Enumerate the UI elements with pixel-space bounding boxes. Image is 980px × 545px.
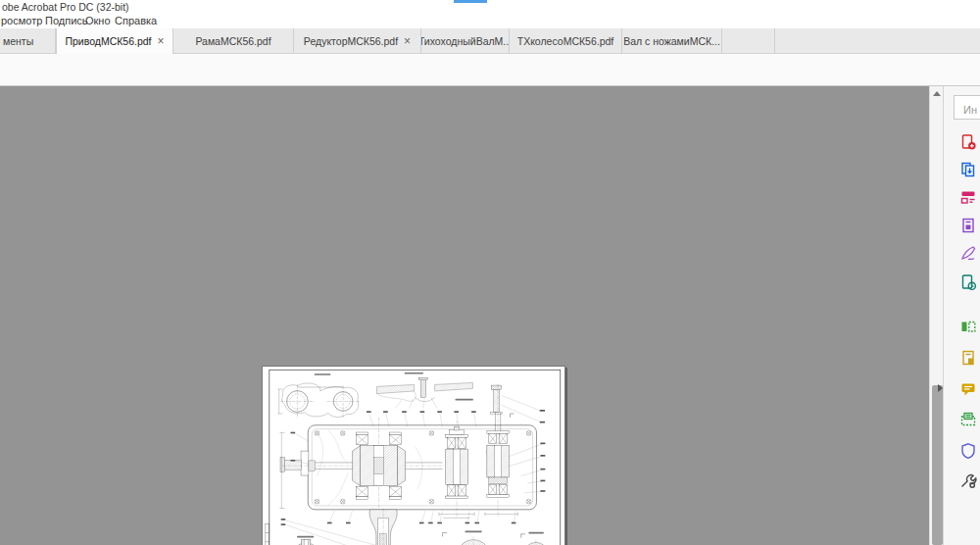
tab-val-s-nozhami[interactable]: Вал с ножамиМСК...: [622, 28, 722, 54]
tab-rama[interactable]: РамаМСК56.pdf: [173, 28, 294, 54]
tab-privod[interactable]: ПриводМСК56.pdf×: [56, 28, 173, 54]
convert-pdf-tool[interactable]: [959, 273, 977, 291]
top-blue-strip: [454, 0, 487, 3]
combine-files-tool[interactable]: [959, 161, 977, 178]
more-tools[interactable]: [959, 471, 977, 489]
window-title: obe Acrobat Pro DC (32-bit): [2, 1, 129, 13]
detail-view-3: [520, 532, 552, 545]
export-pdf-tool[interactable]: [959, 217, 977, 234]
edit-pdf-tool[interactable]: [959, 188, 977, 206]
document-canvas: [0, 86, 929, 545]
menu-view[interactable]: росмотр: [1, 15, 42, 26]
protect-tool[interactable]: [959, 442, 977, 460]
document-tab-bar: менты ПриводМСК56.pdf× РамаМСК56.pdf Ред…: [0, 28, 980, 54]
main-toolbar: / 2 12,5%: [0, 54, 980, 86]
comment-tool[interactable]: [959, 380, 977, 398]
close-icon[interactable]: ×: [158, 35, 165, 47]
bell-housing: [281, 509, 411, 545]
view-twin-bores: [277, 373, 359, 419]
gearbox-drawing: [263, 367, 564, 545]
menu-sign[interactable]: Подпись: [45, 15, 88, 26]
detail-view-1: [286, 536, 336, 545]
panel-collapse-arrow-icon[interactable]: [938, 384, 943, 392]
tab-tools[interactable]: менты: [0, 28, 56, 54]
tabbar-separator: [774, 28, 775, 54]
tab-reduktor[interactable]: РедукторМСК56.pdf×: [294, 28, 421, 54]
close-icon[interactable]: ×: [404, 35, 411, 47]
tools-search-input[interactable]: [954, 95, 980, 120]
fill-and-sign-tool[interactable]: [959, 244, 977, 262]
organize-pages-tool[interactable]: [959, 318, 977, 335]
title-bar: obe Acrobat Pro DC (32-bit): [0, 0, 980, 14]
menu-window[interactable]: Окно: [85, 15, 111, 26]
tab-tx-koleso[interactable]: ТХколесоМСК56.pdf: [510, 28, 622, 54]
scrollbar-thumb[interactable]: [932, 385, 943, 545]
compress-pdf-tool[interactable]: [959, 349, 977, 367]
menu-bar: росмотр Подпись Окно Справка: [0, 14, 980, 28]
view-section-aa: [377, 372, 473, 409]
menu-help[interactable]: Справка: [115, 15, 157, 26]
pdf-page: [262, 366, 565, 545]
scan-ocr-tool[interactable]: [959, 411, 977, 428]
create-pdf-tool[interactable]: [959, 133, 977, 151]
view-stud: [456, 385, 545, 422]
tab-tihohodny-val[interactable]: ТихоходныйВалМ...: [421, 28, 510, 54]
vertical-scrollbar[interactable]: [929, 86, 943, 545]
detail-view-2: [443, 531, 495, 545]
scroll-up-arrow-icon[interactable]: [933, 91, 941, 96]
